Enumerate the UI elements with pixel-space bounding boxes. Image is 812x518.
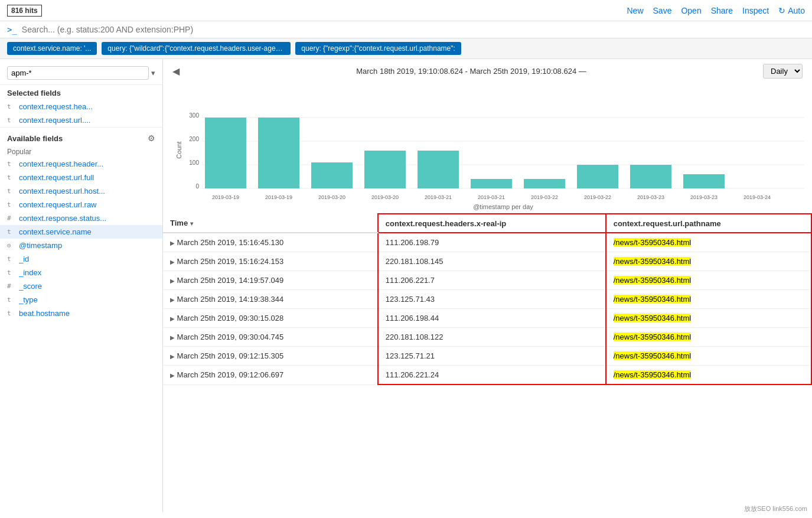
field-type-icon: t — [7, 116, 15, 124]
table-row: ▶ March 25th 2019, 14:19:38.344 123.125.… — [163, 290, 811, 309]
new-button[interactable]: New — [627, 6, 644, 15]
field-type-icon: t — [7, 174, 15, 181]
table-wrapper: Time ▾ context.request.headers.x-real-ip… — [163, 213, 812, 385]
filter-tag-wildcard[interactable]: query: {"wildcard":{"context.request.hea… — [102, 42, 291, 55]
expand-button[interactable]: ▶ — [170, 372, 175, 379]
path-cell: /news/t-35950346.html — [606, 271, 811, 290]
filter-tag-regexp[interactable]: query: {"regexp":{"context.request.url.p… — [295, 42, 461, 55]
expand-button[interactable]: ▶ — [170, 353, 175, 360]
available-field-item[interactable]: tcontext.request.url.full — [0, 171, 162, 184]
field-name-label: @timestamp — [19, 241, 155, 250]
svg-text:2019-03-19: 2019-03-19 — [212, 194, 239, 200]
field-type-icon: t — [7, 201, 15, 208]
sort-icon: ▾ — [190, 220, 193, 227]
svg-text:100: 100 — [189, 159, 199, 166]
main-layout: apm-* ▾ Selected fields tcontext.request… — [0, 59, 812, 512]
table-row: ▶ March 25th 2019, 09:12:06.697 111.206.… — [163, 366, 811, 385]
bar-3 — [311, 162, 353, 188]
svg-text:2019-03-22: 2019-03-22 — [584, 194, 611, 200]
ip-cell: 111.206.198.79 — [378, 233, 606, 252]
hits-badge: 816 hits — [7, 5, 42, 17]
open-button[interactable]: Open — [681, 6, 701, 15]
field-type-icon: t — [7, 160, 15, 168]
svg-text:2019-03-22: 2019-03-22 — [531, 194, 558, 200]
available-field-item[interactable]: t_id — [0, 252, 162, 266]
field-type-icon: ⊙ — [7, 242, 15, 249]
gear-icon[interactable]: ⚙ — [148, 133, 155, 143]
chart-container: Count 0 100 200 300 — [163, 83, 812, 213]
bar-6 — [471, 179, 512, 188]
available-field-item[interactable]: #context.response.status... — [0, 211, 162, 225]
available-field-item[interactable]: ⊙@timestamp — [0, 239, 162, 252]
available-field-item[interactable]: t_index — [0, 266, 162, 279]
selected-field-item[interactable]: tcontext.request.hea... — [0, 100, 162, 113]
available-field-item[interactable]: #_score — [0, 279, 162, 293]
field-type-icon: t — [7, 255, 15, 263]
available-field-item[interactable]: tcontext.service.name — [0, 225, 162, 239]
svg-text:@timestamp per day: @timestamp per day — [473, 203, 533, 210]
share-button[interactable]: Share — [711, 6, 733, 15]
time-cell: ▶ March 25th 2019, 09:12:06.697 — [163, 366, 378, 385]
svg-text:2019-03-20: 2019-03-20 — [318, 194, 345, 200]
svg-text:2019-03-23: 2019-03-23 — [637, 194, 664, 200]
time-range: March 18th 2019, 19:10:08.624 - March 25… — [356, 67, 586, 76]
path-cell: /news/t-35950346.html — [606, 233, 811, 252]
table-row: ▶ March 25th 2019, 09:30:04.745 220.181.… — [163, 328, 811, 347]
time-cell: ▶ March 25th 2019, 15:16:24.153 — [163, 252, 378, 271]
save-button[interactable]: Save — [653, 6, 672, 15]
index-pattern-select[interactable]: apm-* — [7, 66, 149, 80]
field-type-icon: t — [7, 296, 15, 304]
expand-button[interactable]: ▶ — [170, 240, 175, 246]
field-name-label: _index — [19, 268, 155, 277]
available-field-item[interactable]: tcontext.request.header... — [0, 157, 162, 171]
expand-button[interactable]: ▶ — [170, 278, 175, 284]
field-type-icon: # — [7, 214, 15, 222]
available-fields-title: Available fields — [7, 134, 63, 143]
filter-tag-service[interactable]: context.service.name: '... — [7, 42, 97, 55]
svg-text:2019-03-23: 2019-03-23 — [690, 194, 718, 200]
available-field-item[interactable]: tbeat.hostname — [0, 307, 162, 320]
time-cell: ▶ March 25th 2019, 09:12:15.305 — [163, 347, 378, 366]
filter-tags: context.service.name: '... query: {"wild… — [0, 38, 812, 59]
svg-text:200: 200 — [189, 136, 199, 142]
field-type-icon: # — [7, 282, 15, 290]
time-cell: ▶ March 25th 2019, 14:19:57.049 — [163, 271, 378, 290]
col-path-header: context.request.url.pathname — [606, 214, 811, 233]
histogram-chart: Count 0 100 200 300 — [172, 88, 810, 212]
chart-header: ◀ March 18th 2019, 19:10:08.624 - March … — [163, 59, 812, 83]
svg-text:2019-03-20: 2019-03-20 — [371, 194, 399, 200]
bar-7 — [524, 179, 565, 188]
svg-text:2019-03-21: 2019-03-21 — [478, 194, 505, 200]
path-value: /news/t-35950346.html — [614, 257, 692, 266]
svg-text:2019-03-19: 2019-03-19 — [265, 194, 292, 200]
search-input[interactable] — [22, 25, 805, 34]
available-field-item[interactable]: t_type — [0, 293, 162, 307]
time-cell: ▶ March 25th 2019, 14:19:38.344 — [163, 290, 378, 309]
bar-4 — [364, 151, 406, 188]
expand-button[interactable]: ▶ — [170, 259, 175, 265]
field-type-icon: t — [7, 269, 15, 276]
inspect-button[interactable]: Inspect — [742, 6, 769, 15]
sidebar: apm-* ▾ Selected fields tcontext.request… — [0, 59, 163, 512]
expand-button[interactable]: ▶ — [170, 334, 175, 341]
collapse-button[interactable]: ◀ — [172, 66, 180, 77]
path-value: /news/t-35950346.html — [614, 370, 692, 379]
content-area: ◀ March 18th 2019, 19:10:08.624 - March … — [163, 59, 812, 512]
index-selector: apm-* ▾ — [0, 64, 162, 85]
path-value: /news/t-35950346.html — [614, 333, 692, 341]
path-value: /news/t-35950346.html — [614, 351, 692, 360]
svg-text:300: 300 — [189, 112, 199, 119]
auto-refresh-button[interactable]: ↻ Auto — [778, 6, 805, 15]
expand-button[interactable]: ▶ — [170, 297, 175, 303]
time-cell: ▶ March 25th 2019, 09:30:15.028 — [163, 309, 378, 328]
available-field-item[interactable]: tcontext.request.url.host... — [0, 184, 162, 198]
field-type-icon: t — [7, 103, 15, 110]
field-name-label: context.service.name — [19, 227, 155, 236]
expand-button[interactable]: ▶ — [170, 315, 175, 322]
field-name-label: context.response.status... — [19, 214, 155, 223]
table-row: ▶ March 25th 2019, 14:19:57.049 111.206.… — [163, 271, 811, 290]
interval-select[interactable]: Daily — [763, 64, 803, 79]
available-field-item[interactable]: tcontext.request.url.raw — [0, 198, 162, 211]
selected-field-item[interactable]: tcontext.request.url.... — [0, 113, 162, 127]
path-cell: /news/t-35950346.html — [606, 290, 811, 309]
